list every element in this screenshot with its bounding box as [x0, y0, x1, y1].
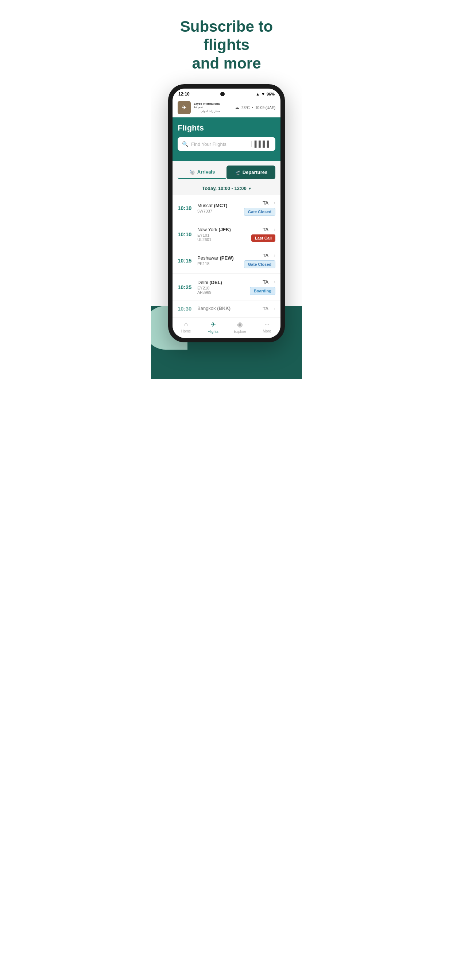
flight-city-2: New York	[197, 227, 219, 232]
flight-destination-3: Peshawar (PEW)	[197, 255, 239, 261]
flight-destination-2: New York (JFK)	[197, 227, 239, 232]
search-bar[interactable]: 🔍 Find Your Flights ▌▌▌▌	[178, 137, 275, 151]
flight-city-3: Peshawar	[197, 255, 220, 261]
status-badge-2: Last Call	[251, 234, 275, 242]
tabs-section: 🛬 Arrivals 🛫 Departures Today, 10:00 - 1…	[172, 161, 281, 195]
airport-logo-text: Zayed International Airport مطار زايد ال…	[194, 102, 220, 113]
flight-terminal-2: TA	[260, 227, 271, 232]
weather-icon: ☁	[235, 105, 239, 110]
flight-number-4b: AF3969	[197, 290, 239, 294]
phone-outer: 12:10 ▲ ▼ 96% ✈ Zayed Inter	[168, 84, 285, 364]
flights-icon: ✈	[211, 320, 216, 328]
flight-right-3: TA › Gate Closed	[242, 252, 275, 268]
flight-code-3: (PEW)	[220, 255, 233, 261]
arrivals-label: Arrivals	[197, 169, 215, 175]
flight-right-2: TA › Last Call	[242, 226, 275, 242]
flights-header: Flights 🔍 Find Your Flights ▌▌▌▌	[172, 118, 281, 161]
flight-number-3: PK118	[197, 261, 239, 266]
barcode-icon: ▌▌▌▌	[251, 141, 271, 147]
tab-departures[interactable]: 🛫 Departures	[226, 165, 275, 179]
camera-notch	[220, 92, 225, 96]
marketing-title: Subscribe to flights and more	[163, 18, 290, 73]
chevron-down-icon: ▾	[249, 186, 251, 191]
flight-code-5: (BKK)	[217, 305, 231, 311]
status-bar: 12:10 ▲ ▼ 96%	[172, 89, 281, 98]
flights-title: Flights	[178, 123, 275, 133]
marketing-header: Subscribe to flights and more	[151, 0, 302, 84]
flight-info-5: Bangkok (BKK)	[197, 305, 239, 312]
signal-icon: ▼	[261, 92, 265, 96]
flight-code-4: (DEL)	[209, 280, 222, 285]
nav-label-home: Home	[181, 329, 191, 333]
arrivals-plane-icon: 🛬	[189, 169, 195, 175]
search-placeholder: Find Your Flights	[191, 142, 248, 147]
flight-city-5: Bangkok	[197, 305, 217, 311]
flight-info-2: New York (JFK) EY101 UL2601	[197, 227, 239, 242]
airport-logo: ✈ Zayed International Airport مطار زايد …	[178, 101, 220, 114]
nav-item-flights[interactable]: ✈ Flights	[203, 320, 223, 334]
bottom-nav: ⌂ Home ✈ Flights ◉ Explore ···	[172, 317, 281, 338]
departures-plane-icon: 🛫	[234, 170, 240, 175]
nav-item-home[interactable]: ⌂ Home	[176, 320, 196, 334]
flight-row-4[interactable]: 10:25 Delhi (DEL) EY210 AF3969 TA	[172, 274, 281, 301]
flight-row-5[interactable]: 10:30 Bangkok (BKK) TA ›	[172, 301, 281, 317]
flight-terminal-4: TA	[260, 279, 271, 285]
battery-text: 96%	[266, 92, 274, 96]
home-icon: ⌂	[184, 320, 188, 328]
status-badge-4: Boarding	[250, 287, 275, 295]
flight-city-1: Muscat	[197, 203, 214, 208]
flight-city-4: Delhi	[197, 280, 209, 285]
flight-row[interactable]: 10:10 Muscat (MCT) 5W7037 TA ›	[172, 195, 281, 221]
airport-name-en: Zayed International	[194, 102, 220, 106]
flight-time-2: 10:10	[178, 231, 194, 237]
explore-icon: ◉	[237, 320, 243, 328]
status-badge-1: Gate Closed	[244, 208, 275, 216]
weather-temp: 23°C	[241, 106, 249, 110]
nav-label-more: More	[263, 329, 271, 333]
airport-logo-icon: ✈	[178, 101, 191, 114]
more-icon: ···	[264, 320, 270, 328]
flight-terminal-5: TA	[260, 306, 271, 311]
flight-info-4: Delhi (DEL) EY210 AF3969	[197, 280, 239, 294]
chevron-right-icon-3: ›	[274, 252, 275, 258]
flight-info-3: Peshawar (PEW) PK118	[197, 255, 239, 266]
wifi-icon: ▲	[256, 92, 260, 96]
phone-inner: 12:10 ▲ ▼ 96% ✈ Zayed Inter	[172, 89, 281, 338]
search-icon: 🔍	[182, 141, 188, 147]
flight-time-1: 10:10	[178, 205, 194, 211]
chevron-right-icon-1: ›	[274, 200, 275, 205]
flight-time-4: 10:25	[178, 284, 194, 290]
flight-number-2a: EY101	[197, 233, 239, 237]
flight-destination-1: Muscat (MCT)	[197, 203, 239, 208]
flight-code-2: (JFK)	[219, 227, 231, 232]
status-badge-3: Gate Closed	[244, 260, 275, 268]
departures-label: Departures	[242, 170, 268, 175]
flight-right-4: TA › Boarding	[242, 279, 275, 295]
flight-time-5: 10:30	[178, 305, 194, 312]
header-dot: •	[252, 106, 253, 110]
header-right: ☁ 23°C • 10:09 (UAE)	[235, 105, 275, 110]
flight-destination-5: Bangkok (BKK)	[197, 305, 239, 311]
page-wrapper: Subscribe to flights and more 12:10 ▲ ▼ …	[151, 0, 302, 379]
flight-terminal-1: TA	[260, 200, 271, 205]
time-filter[interactable]: Today, 10:00 - 12:00 ▾	[172, 182, 281, 195]
status-icons: ▲ ▼ 96%	[256, 92, 274, 96]
airport-name-en2: Airport	[194, 106, 220, 110]
flight-row-2[interactable]: 10:10 New York (JFK) EY101 UL2601 TA	[172, 221, 281, 247]
flight-list: 10:10 Muscat (MCT) 5W7037 TA ›	[172, 195, 281, 317]
flight-right-5: TA ›	[242, 306, 275, 312]
flight-right-1: TA › Gate Closed	[242, 200, 275, 216]
flight-time-3: 10:15	[178, 258, 194, 264]
phone-section: 12:10 ▲ ▼ 96% ✈ Zayed Inter	[151, 84, 302, 379]
tab-arrivals[interactable]: 🛬 Arrivals	[178, 165, 226, 179]
app-header: ✈ Zayed International Airport مطار زايد …	[172, 98, 281, 118]
nav-item-more[interactable]: ··· More	[257, 320, 277, 334]
tabs-container: 🛬 Arrivals 🛫 Departures	[172, 161, 281, 182]
flight-row-3[interactable]: 10:15 Peshawar (PEW) PK118 TA ›	[172, 247, 281, 274]
phone-frame: 12:10 ▲ ▼ 96% ✈ Zayed Inter	[168, 84, 285, 342]
chevron-right-icon-4: ›	[274, 279, 275, 285]
time-filter-text: Today, 10:00 - 12:00	[202, 186, 247, 191]
status-time: 12:10	[179, 92, 190, 97]
flight-number-1: 5W7037	[197, 209, 239, 213]
nav-item-explore[interactable]: ◉ Explore	[230, 320, 250, 334]
